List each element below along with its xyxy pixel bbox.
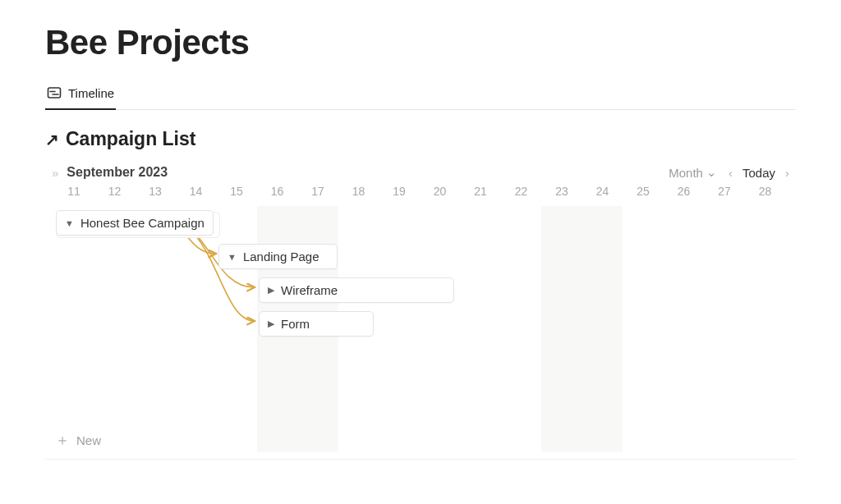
day-column-label: 17 (297, 185, 338, 198)
day-column-label: 19 (379, 185, 420, 198)
content: Bee Projects Timeline ↗ Campaign List » (0, 0, 841, 460)
day-column-label: 22 (501, 185, 542, 198)
dependency-connectors (45, 206, 784, 452)
card-label: Form (281, 317, 310, 331)
page-root: Bee Projects Timeline ↗ Campaign List » (0, 0, 841, 504)
card-honest-bee[interactable]: ▼ Honest Bee Campaign (56, 210, 214, 236)
weekend-column (582, 206, 623, 452)
new-row-button[interactable]: ＋ New (55, 433, 101, 447)
caret-down-icon: ▼ (65, 218, 74, 228)
nav-group: ‹ Today › (728, 166, 789, 180)
view-tabs: Timeline (45, 80, 796, 110)
page-title: Bee Projects (45, 23, 796, 62)
caret-right-icon: ▶ (268, 318, 274, 329)
day-column-label: 12 (94, 185, 136, 198)
day-column-label: 18 (338, 185, 379, 198)
timeline-toolbar: » September 2023 Month ⌄ ‹ Today › (52, 165, 789, 180)
card-landing-page[interactable]: ▼ Landing Page (218, 244, 338, 269)
scale-select[interactable]: Month ⌄ (669, 165, 717, 180)
card-label: Wireframe (281, 283, 338, 297)
today-button[interactable]: Today (742, 166, 775, 180)
day-column-label: 15 (216, 185, 257, 198)
section-header[interactable]: ↗ Campaign List (45, 128, 796, 150)
card-wireframe[interactable]: ▶ Wireframe (259, 277, 454, 303)
day-column-label: 21 (460, 185, 501, 198)
day-column-label: 13 (135, 185, 176, 198)
card-label: Honest Bee Campaign (80, 216, 205, 230)
expand-sidebar-icon[interactable]: » (52, 166, 58, 180)
caret-right-icon: ▶ (268, 285, 274, 296)
card-label: Landing Page (243, 250, 319, 263)
chevron-down-icon: ⌄ (706, 165, 717, 180)
day-header: 111213141516171819202122232425262728 (45, 185, 796, 206)
caret-down-icon: ▼ (227, 252, 237, 262)
weekend-column (541, 206, 582, 452)
toolbar-left: » September 2023 (52, 165, 168, 180)
day-column-label: 26 (664, 185, 705, 198)
day-column-label: 28 (745, 185, 786, 198)
day-column-label: 23 (541, 185, 582, 198)
day-column-label: 24 (582, 185, 623, 198)
scale-label: Month (669, 166, 703, 180)
card-form[interactable]: ▶ Form (259, 311, 374, 337)
day-column-label: 16 (257, 185, 298, 198)
month-label: September 2023 (67, 165, 168, 180)
day-column-label: 20 (420, 185, 461, 198)
next-button[interactable]: › (785, 166, 789, 180)
timeline-rows: ▼ Honest Bee Campaign ▼ Landing Page ▶ W… (45, 206, 796, 452)
prev-button[interactable]: ‹ (728, 166, 733, 180)
day-column-label: 14 (176, 185, 217, 198)
timeline-icon (47, 85, 62, 100)
day-column-label: 27 (704, 185, 745, 198)
plus-icon: ＋ (55, 433, 70, 447)
tab-timeline[interactable]: Timeline (45, 80, 116, 110)
svg-rect-0 (48, 88, 61, 98)
day-column-label: 11 (53, 185, 94, 198)
tab-timeline-label: Timeline (68, 86, 114, 100)
section-title: Campaign List (66, 128, 195, 150)
toolbar-right: Month ⌄ ‹ Today › (669, 165, 789, 180)
timeline-area: 111213141516171819202122232425262728 ▼ (45, 185, 796, 460)
new-label: New (76, 433, 101, 447)
day-column-label: 25 (623, 185, 664, 198)
open-link-icon: ↗ (45, 130, 59, 149)
